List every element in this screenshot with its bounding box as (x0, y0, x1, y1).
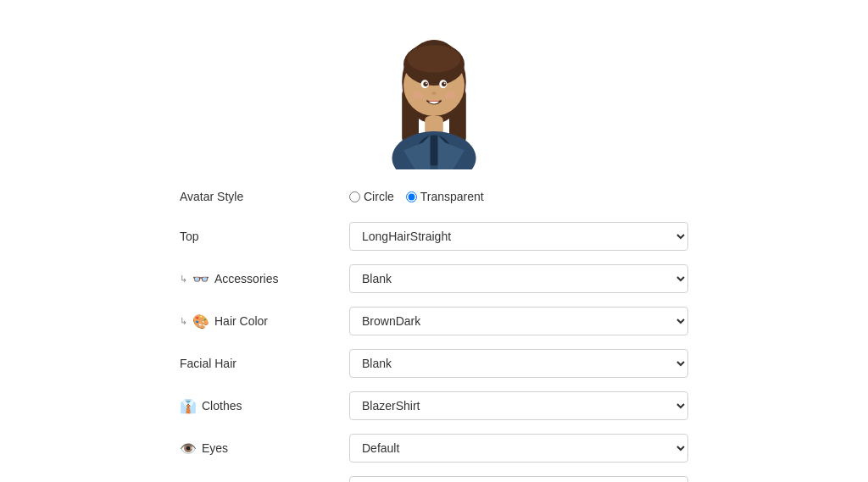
svg-point-8 (408, 45, 461, 72)
control-row-accessories: ↳ 👓 Accessories Blank Kurt Prescription0… (180, 258, 688, 300)
control-row-top: Top LongHairStraight ShortHairShortFlat … (180, 215, 688, 258)
accessories-select[interactable]: Blank Kurt Prescription01 Wayfarers (349, 264, 688, 293)
hair-color-icon: 🎨 (192, 313, 209, 330)
label-text-top: Top (180, 230, 199, 243)
control-row-hair-color: ↳ 🎨 Hair Color Auburn Black Blonde Brown… (180, 300, 688, 342)
select-col-facial-hair: Blank BeardLight BeardMedium (349, 349, 688, 378)
accessories-indent-arrow: ↳ (180, 274, 187, 285)
svg-point-16 (413, 91, 424, 99)
hair-color-select[interactable]: Auburn Black Blonde Brown BrownDark Red (349, 307, 688, 335)
avatar-style-row: Avatar Style Circle Transparent (180, 178, 688, 215)
control-row-facial-hair: Facial Hair Blank BeardLight BeardMedium (180, 342, 688, 385)
control-row-eyes: 👁️ Eyes Default Happy Wink Squint (180, 427, 688, 469)
hair-color-indent-arrow: ↳ (180, 316, 187, 327)
clothes-select[interactable]: BlazerShirt BlazerSweater Hoodie ShirtCr… (349, 391, 688, 420)
avatar-style-label: Avatar Style (180, 190, 349, 203)
label-text-eyes: Eyes (202, 441, 228, 455)
clothes-icon: 👔 (180, 398, 197, 414)
facial-hair-select[interactable]: Blank BeardLight BeardMedium (349, 349, 688, 378)
label-col-eyes: 👁️ Eyes (180, 440, 349, 457)
svg-point-15 (431, 91, 436, 95)
select-col-hair-color: Auburn Black Blonde Brown BrownDark Red (349, 307, 688, 335)
label-text-accessories: Accessories (214, 272, 278, 285)
label-col-hair-color: ↳ 🎨 Hair Color (180, 313, 349, 330)
label-col-facial-hair: Facial Hair (180, 357, 349, 370)
avatar-area (0, 0, 868, 178)
control-row-eyebrow: ✏️ Eyebrow Default Angry FlatNatural Rai… (180, 469, 688, 482)
label-text-hair-color: Hair Color (214, 314, 268, 328)
avatar-preview (358, 17, 510, 169)
eyes-icon: 👁️ (180, 440, 197, 457)
svg-point-14 (444, 82, 446, 84)
svg-point-12 (442, 82, 446, 86)
svg-point-17 (445, 91, 456, 99)
eyebrow-select[interactable]: Default Angry FlatNatural RaisedExcited (349, 476, 688, 482)
label-col-clothes: 👔 Clothes (180, 398, 349, 414)
controls-area: Avatar Style Circle Transparent Top L (180, 178, 688, 482)
avatar-style-radio-group: Circle Transparent (349, 190, 484, 203)
circle-radio-label: Circle (364, 190, 394, 203)
circle-radio[interactable] (349, 191, 360, 202)
svg-point-11 (423, 82, 427, 86)
control-row-clothes: 👔 Clothes BlazerShirt BlazerSweater Hood… (180, 385, 688, 427)
label-col-accessories: ↳ 👓 Accessories (180, 271, 349, 287)
avatar-style-label-text: Avatar Style (180, 190, 243, 203)
eyes-select[interactable]: Default Happy Wink Squint (349, 434, 688, 463)
circle-radio-option[interactable]: Circle (349, 190, 394, 203)
select-col-eyebrow: Default Angry FlatNatural RaisedExcited (349, 476, 688, 482)
select-col-top: LongHairStraight ShortHairShortFlat Hat (349, 222, 688, 251)
transparent-radio[interactable] (406, 191, 417, 202)
label-text-facial-hair: Facial Hair (180, 357, 236, 370)
select-col-accessories: Blank Kurt Prescription01 Wayfarers (349, 264, 688, 293)
transparent-radio-option[interactable]: Transparent (406, 190, 484, 203)
select-col-eyes: Default Happy Wink Squint (349, 434, 688, 463)
accessories-icon: 👓 (192, 271, 209, 287)
select-col-clothes: BlazerShirt BlazerSweater Hoodie ShirtCr… (349, 391, 688, 420)
svg-point-13 (426, 82, 427, 84)
label-text-clothes: Clothes (202, 399, 242, 413)
page-container: Avatar Style Circle Transparent Top L (0, 0, 868, 482)
label-col-top: Top (180, 230, 349, 243)
top-select[interactable]: LongHairStraight ShortHairShortFlat Hat (349, 222, 688, 251)
transparent-radio-label: Transparent (420, 190, 484, 203)
